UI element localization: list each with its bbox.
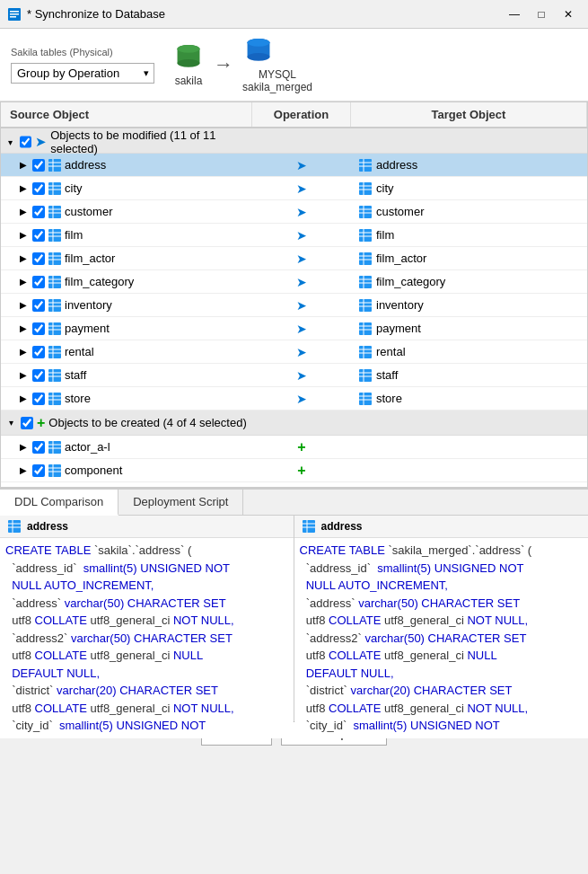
create-group-checkbox[interactable]: [21, 417, 33, 429]
table-row[interactable]: ▶ film ➤ film: [1, 224, 587, 247]
target-db-icon: [242, 36, 275, 68]
create-expand-btn[interactable]: ▾: [4, 417, 17, 429]
ddl-line: utf8 COLLATE utf8_general_ci NOT NULL,: [300, 612, 584, 630]
table-icon: [48, 392, 62, 406]
svg-point-7: [178, 45, 200, 53]
ddl-right-content[interactable]: CREATE TABLE `sakila_merged`.`address` (…: [294, 538, 589, 738]
table-row[interactable]: ▶ city ➤ city: [1, 177, 587, 200]
tab-deployment-script[interactable]: Deployment Script: [118, 490, 243, 515]
table-row[interactable]: ▶ inventory ➤ inventory: [1, 294, 587, 317]
row-checkbox[interactable]: [32, 276, 45, 288]
modify-group-row[interactable]: ▾ ➤ Objects to be modified (11 of 11 sel…: [1, 128, 587, 154]
row-expand-btn[interactable]: ▶: [17, 182, 30, 195]
ddl-line: `district` varchar(20) CHARACTER SET: [300, 682, 584, 700]
row-expand-btn[interactable]: ▶: [17, 346, 30, 358]
svg-point-11: [248, 39, 270, 47]
ddl-line: `address_id` smallint(5) UNSIGNED NOT: [300, 560, 584, 578]
op-modify-icon: ➤: [296, 322, 307, 336]
source-name: payment: [65, 322, 110, 335]
svg-rect-28: [48, 206, 61, 218]
tab-ddl-comparison[interactable]: DDL Comparison: [0, 490, 118, 516]
source-name: store: [65, 392, 91, 405]
modify-group-checkbox[interactable]: [20, 136, 31, 148]
table-icon: [48, 252, 62, 266]
source-name: rental: [65, 345, 94, 358]
maximize-button[interactable]: □: [529, 5, 554, 23]
row-checkbox[interactable]: [32, 369, 45, 382]
table-row[interactable]: ▶ customer ➤ customer: [1, 200, 587, 224]
table-row[interactable]: ▶ actor_a-l +: [1, 436, 587, 459]
source-db-block: sakila: [172, 42, 205, 87]
row-checkbox[interactable]: [32, 182, 45, 195]
ddl-line: utf8 COLLATE utf8_general_ci NOT NULL,: [5, 700, 288, 718]
table-icon: [48, 228, 62, 243]
row-expand-btn[interactable]: ▶: [17, 322, 30, 335]
table-row[interactable]: ▶ payment ➤ payment: [1, 317, 587, 340]
row-expand-btn[interactable]: ▶: [17, 276, 30, 288]
source-info: Sakila tables (Physical) Group by Operat…: [11, 47, 154, 84]
row-checkbox[interactable]: [32, 159, 45, 172]
row-expand-btn[interactable]: ▶: [17, 393, 30, 405]
row-expand-btn[interactable]: ▶: [17, 464, 30, 477]
table-row[interactable]: ▶ address ➤ address: [1, 154, 587, 177]
row-checkbox[interactable]: [32, 322, 45, 335]
table-icon: [48, 298, 62, 313]
svg-rect-84: [48, 369, 61, 382]
target-table-icon: [358, 228, 373, 243]
table-icon: [48, 205, 62, 219]
table-row[interactable]: ▶ film_category ➤ film_category: [1, 270, 587, 294]
row-expand-btn[interactable]: ▶: [17, 369, 30, 382]
target-name: staff: [376, 368, 398, 382]
ddl-line: `address2` varchar(50) CHARACTER SET: [5, 630, 288, 648]
row-checkbox[interactable]: [32, 393, 45, 405]
row-checkbox[interactable]: [32, 441, 45, 454]
target-table-icon: [358, 205, 373, 219]
modify-group-label: Objects to be modified (11 of 11 selecte…: [50, 128, 252, 155]
svg-rect-52: [48, 276, 61, 288]
row-expand-btn[interactable]: ▶: [17, 159, 30, 172]
table-row[interactable]: ▶ rental ➤ rental: [1, 340, 587, 364]
op-create-icon: +: [297, 463, 305, 479]
svg-rect-36: [48, 229, 61, 242]
svg-rect-124: [303, 520, 315, 533]
row-expand-btn[interactable]: ▶: [17, 252, 30, 265]
close-button[interactable]: ✕: [556, 5, 581, 23]
target-name: city: [376, 181, 394, 195]
row-checkbox[interactable]: [32, 229, 45, 242]
op-create-icon: +: [297, 486, 305, 488]
row-checkbox[interactable]: [32, 464, 45, 477]
svg-rect-64: [359, 299, 372, 312]
row-checkbox[interactable]: [32, 252, 45, 265]
modify-expand-btn[interactable]: ▾: [4, 136, 16, 148]
modify-group-arrow-icon: ➤: [35, 134, 47, 150]
table-row[interactable]: ▶ component +: [1, 459, 587, 482]
table-row[interactable]: ▶ film_actor ➤ film_actor: [1, 247, 587, 270]
connection-display: sakila → MYSQL sakila_merged: [172, 36, 312, 93]
source-name: actor_a-l: [65, 440, 110, 454]
row-checkbox[interactable]: [32, 206, 45, 218]
table-row[interactable]: ▶ staff ➤ staff: [1, 364, 587, 387]
svg-rect-2: [10, 13, 19, 15]
minimize-button[interactable]: —: [502, 5, 527, 23]
op-modify-icon: ➤: [296, 252, 307, 266]
row-checkbox[interactable]: [32, 346, 45, 358]
target-name: film: [376, 228, 394, 242]
row-expand-btn[interactable]: ▶: [17, 206, 30, 218]
ddl-left-content[interactable]: CREATE TABLE `sakila`.`address` ( `addre…: [0, 538, 294, 738]
group-by-select[interactable]: Group by Operation: [11, 63, 154, 84]
table-row[interactable]: ▶ field +: [1, 482, 587, 487]
target-name: film_category: [376, 275, 445, 288]
tree-area[interactable]: ▾ ➤ Objects to be modified (11 of 11 sel…: [1, 128, 587, 487]
row-expand-btn[interactable]: ▶: [17, 441, 30, 454]
svg-rect-68: [48, 322, 61, 335]
table-row[interactable]: ▶ store ➤ store: [1, 387, 587, 411]
row-expand-btn[interactable]: ▶: [17, 299, 30, 312]
tabs-bar: DDL Comparison Deployment Script: [0, 490, 588, 516]
row-checkbox[interactable]: [32, 299, 45, 312]
table-icon: [48, 345, 62, 359]
row-expand-btn[interactable]: ▶: [17, 229, 30, 242]
svg-rect-16: [359, 159, 372, 172]
target-name: customer: [376, 205, 424, 218]
target-name: store: [376, 392, 402, 405]
create-group-row[interactable]: ▾ + Objects to be created (4 of 4 select…: [1, 411, 587, 436]
